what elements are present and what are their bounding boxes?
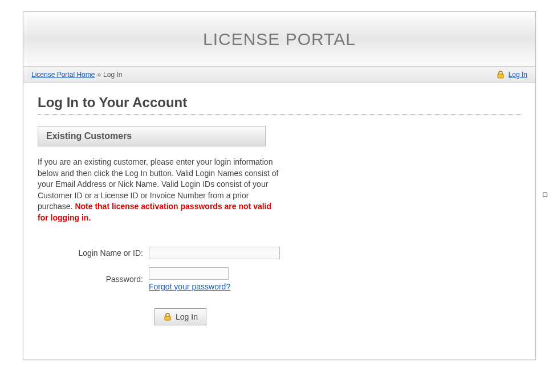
- app-window: LICENSE PORTAL License Portal Home » Log…: [23, 11, 536, 360]
- content-area: Log In to Your Account Existing Customer…: [23, 83, 535, 360]
- header-banner: LICENSE PORTAL: [23, 12, 535, 66]
- password-label: Password:: [38, 275, 149, 284]
- breadcrumb-bar: License Portal Home » Log In Log In: [23, 66, 535, 83]
- header-login-area: Log In: [496, 70, 527, 79]
- breadcrumb: License Portal Home » Log In: [31, 71, 122, 79]
- section-header-existing-customers: Existing Customers: [38, 126, 266, 146]
- title-divider: [38, 114, 521, 115]
- password-input[interactable]: [149, 267, 229, 280]
- instructions-text: If you are an existing customer, please …: [38, 157, 283, 224]
- login-input[interactable]: [149, 247, 280, 259]
- app-title: LICENSE PORTAL: [203, 30, 356, 49]
- breadcrumb-current: Log In: [103, 71, 122, 79]
- lock-icon: [496, 70, 505, 79]
- page-title: Log In to Your Account: [38, 95, 521, 111]
- forgot-password-link[interactable]: Forgot your password?: [149, 282, 230, 291]
- login-button-label: Log In: [176, 312, 198, 321]
- breadcrumb-home-link[interactable]: License Portal Home: [31, 71, 95, 79]
- svg-rect-1: [165, 316, 170, 320]
- form-row-login: Login Name or ID:: [38, 247, 521, 259]
- resize-handle-right[interactable]: [543, 193, 547, 197]
- login-label: Login Name or ID:: [38, 248, 149, 258]
- svg-rect-0: [498, 74, 503, 78]
- lock-icon: [163, 312, 172, 321]
- login-form: Login Name or ID: Password: Forgot your …: [38, 247, 521, 325]
- login-button[interactable]: Log In: [154, 308, 206, 325]
- breadcrumb-separator: »: [97, 71, 101, 79]
- header-login-link[interactable]: Log In: [509, 71, 527, 79]
- form-row-password: Password: Forgot your password?: [38, 267, 521, 291]
